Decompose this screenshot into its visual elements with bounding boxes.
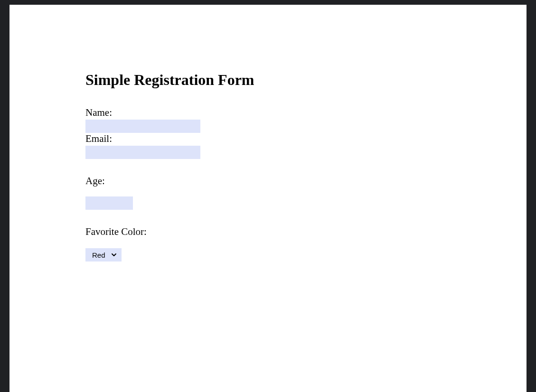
name-label: Name: (85, 107, 460, 119)
age-label: Age: (85, 175, 460, 187)
email-field-group: Email: (85, 133, 460, 159)
color-select[interactable]: Red (85, 248, 122, 261)
age-field-group: Age: (85, 175, 460, 210)
email-input[interactable] (85, 146, 200, 159)
name-field-group: Name: (85, 107, 460, 133)
email-label: Email: (85, 133, 460, 145)
name-input[interactable] (85, 120, 200, 133)
page-document: Simple Registration Form Name: Email: Ag… (9, 5, 527, 392)
age-input[interactable] (85, 196, 133, 210)
color-field-group: Favorite Color: Red (85, 226, 460, 261)
color-selected-value: Red (92, 251, 105, 259)
chevron-down-icon (110, 251, 118, 259)
form-title: Simple Registration Form (85, 71, 460, 89)
color-label: Favorite Color: (85, 226, 460, 238)
